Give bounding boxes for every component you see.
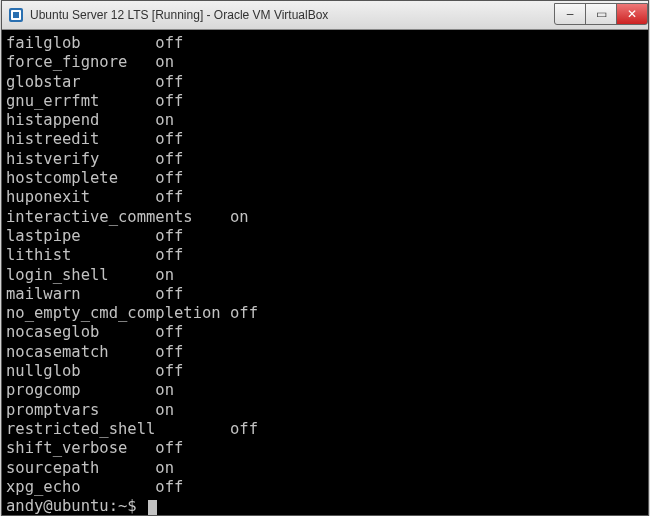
shopt-line: interactive_comments on [6, 208, 644, 227]
shopt-line: hostcomplete off [6, 169, 644, 188]
shopt-line: no_empty_cmd_completion off [6, 304, 644, 323]
shopt-line: lithist off [6, 246, 644, 265]
shopt-line: login_shell on [6, 266, 644, 285]
svg-rect-2 [13, 12, 19, 18]
shopt-line: failglob off [6, 34, 644, 53]
shopt-line: xpg_echo off [6, 478, 644, 497]
shopt-line: histreedit off [6, 130, 644, 149]
window-title: Ubuntu Server 12 LTS [Running] - Oracle … [30, 8, 555, 22]
virtualbox-window: Ubuntu Server 12 LTS [Running] - Oracle … [1, 0, 649, 516]
close-button[interactable]: ✕ [616, 3, 648, 25]
shopt-line: shift_verbose off [6, 439, 644, 458]
shopt-line: progcomp on [6, 381, 644, 400]
maximize-button[interactable]: ▭ [585, 3, 617, 25]
shopt-line: nullglob off [6, 362, 644, 381]
shopt-line: promptvars on [6, 401, 644, 420]
shopt-line: globstar off [6, 73, 644, 92]
shopt-line: gnu_errfmt off [6, 92, 644, 111]
shopt-line: restricted_shell off [6, 420, 644, 439]
shopt-line: histverify off [6, 150, 644, 169]
shell-prompt[interactable]: andy@ubuntu:~$ [6, 497, 644, 515]
shopt-line: force_fignore on [6, 53, 644, 72]
terminal-output[interactable]: failglob offforce_fignore onglobstar off… [2, 30, 648, 515]
window-controls: – ▭ ✕ [555, 3, 648, 23]
shopt-line: lastpipe off [6, 227, 644, 246]
minimize-button[interactable]: – [554, 3, 586, 25]
shopt-line: mailwarn off [6, 285, 644, 304]
virtualbox-icon [8, 7, 24, 23]
shopt-line: sourcepath on [6, 459, 644, 478]
shopt-line: huponexit off [6, 188, 644, 207]
shopt-line: histappend on [6, 111, 644, 130]
shopt-line: nocaseglob off [6, 323, 644, 342]
titlebar[interactable]: Ubuntu Server 12 LTS [Running] - Oracle … [2, 1, 648, 30]
cursor [148, 500, 157, 515]
shopt-line: nocasematch off [6, 343, 644, 362]
